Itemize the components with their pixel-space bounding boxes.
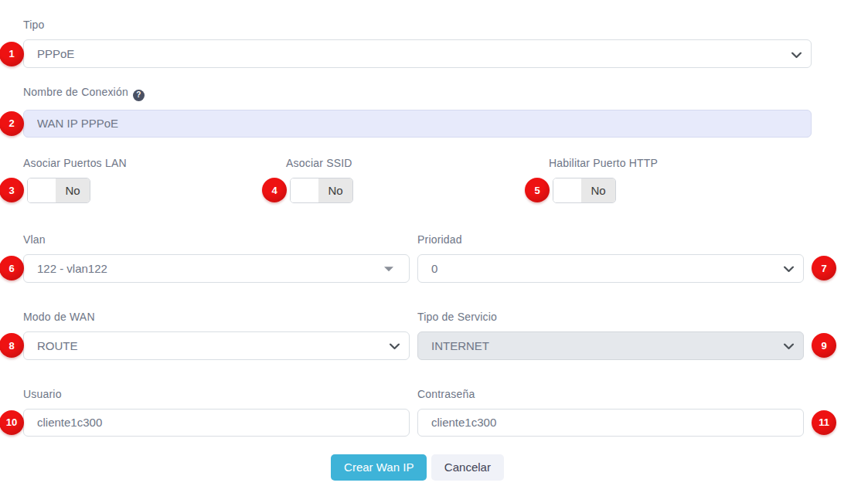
habilitar-puerto-http-label: Habilitar Puerto HTTP: [549, 157, 812, 169]
vlan-prioridad-row: Vlan 6 122 - vlan122 Prioridad 7 0: [23, 233, 812, 283]
nombre-label: Nombre de Conexión?: [23, 86, 812, 101]
toggles-row: Asociar Puertos LAN 3 No Asociar SSID 4 …: [23, 157, 812, 206]
field-group-nombre: Nombre de Conexión? 2: [23, 86, 812, 138]
step-badge-2: 2: [0, 111, 24, 136]
field-group-prioridad: Prioridad 7 0: [417, 233, 804, 283]
asociar-puertos-lan-label: Asociar Puertos LAN: [23, 157, 286, 169]
field-group-vlan: Vlan 6 122 - vlan122: [23, 233, 410, 283]
step-badge-3: 3: [0, 178, 24, 202]
field-group-habilitar-puerto-http: Habilitar Puerto HTTP 5 No: [549, 157, 812, 206]
vlan-select-value: 122 - vlan122: [37, 262, 107, 275]
contrasena-input[interactable]: [417, 409, 804, 437]
toggle-state-label: No: [56, 178, 90, 202]
field-group-usuario: Usuario 10: [23, 388, 410, 437]
field-group-asociar-puertos-lan: Asociar Puertos LAN 3 No: [23, 157, 286, 206]
wan-create-form: Tipo 1 PPPoE Nombre de Conexión? 2 Asoci…: [23, 0, 812, 481]
field-group-asociar-ssid: Asociar SSID 4 No: [286, 157, 549, 206]
tipo-servicio-select-value: INTERNET: [431, 339, 489, 352]
prioridad-select[interactable]: 0: [417, 254, 804, 283]
question-circle-icon[interactable]: ?: [133, 90, 145, 101]
step-badge-6: 6: [0, 256, 24, 280]
vlan-select[interactable]: 122 - vlan122: [23, 254, 410, 283]
crear-wan-ip-button[interactable]: Crear Wan IP: [331, 454, 427, 481]
vlan-label: Vlan: [23, 233, 410, 246]
nombre-conexion-input[interactable]: [23, 110, 812, 138]
field-group-tipo-servicio: Tipo de Servicio 9 INTERNET: [417, 311, 804, 360]
chevron-down-icon: [390, 339, 400, 352]
toggle-knob: [291, 178, 318, 202]
field-group-contrasena: Contraseña 11: [417, 388, 804, 437]
field-group-tipo: Tipo 1 PPPoE: [23, 19, 812, 68]
toggle-knob: [28, 178, 56, 202]
toggle-state-label: No: [581, 178, 615, 202]
modo-servicio-row: Modo de WAN 8 ROUTE Tipo de Servicio 9 I…: [23, 311, 812, 360]
step-badge-8: 8: [0, 333, 24, 358]
tipo-select[interactable]: PPPoE: [23, 39, 812, 68]
step-badge-10: 10: [0, 410, 24, 435]
asociar-ssid-label: Asociar SSID: [286, 157, 549, 169]
tipo-select-value: PPPoE: [37, 47, 74, 60]
prioridad-select-value: 0: [431, 262, 437, 275]
credentials-row: Usuario 10 Contraseña 11: [23, 388, 812, 437]
form-actions: Crear Wan IP Cancelar: [23, 454, 812, 481]
habilitar-puerto-http-toggle[interactable]: No: [553, 178, 616, 203]
step-badge-1: 1: [0, 42, 24, 66]
step-badge-11: 11: [812, 410, 836, 435]
prioridad-label: Prioridad: [417, 233, 804, 246]
step-badge-4: 4: [262, 178, 287, 202]
modo-wan-select-value: ROUTE: [37, 339, 78, 352]
toggle-state-label: No: [318, 178, 352, 202]
asociar-ssid-toggle[interactable]: No: [290, 178, 353, 203]
tipo-label: Tipo: [23, 19, 812, 31]
chevron-down-icon: [784, 339, 794, 352]
modo-wan-label: Modo de WAN: [23, 311, 410, 323]
usuario-input[interactable]: [23, 409, 410, 437]
tipo-servicio-select: INTERNET: [417, 331, 804, 360]
contrasena-label: Contraseña: [417, 388, 804, 400]
usuario-label: Usuario: [23, 388, 410, 400]
asociar-puertos-lan-toggle[interactable]: No: [27, 178, 90, 203]
caret-down-icon: [384, 267, 393, 271]
chevron-down-icon: [791, 47, 802, 60]
step-badge-5: 5: [525, 178, 550, 202]
toggle-knob: [553, 178, 581, 202]
cancelar-button[interactable]: Cancelar: [431, 454, 504, 481]
chevron-down-icon: [784, 262, 794, 275]
step-badge-7: 7: [812, 256, 836, 280]
field-group-modo-wan: Modo de WAN 8 ROUTE: [23, 311, 410, 360]
modo-wan-select[interactable]: ROUTE: [23, 331, 410, 360]
tipo-servicio-label: Tipo de Servicio: [417, 311, 804, 323]
step-badge-9: 9: [812, 333, 836, 358]
